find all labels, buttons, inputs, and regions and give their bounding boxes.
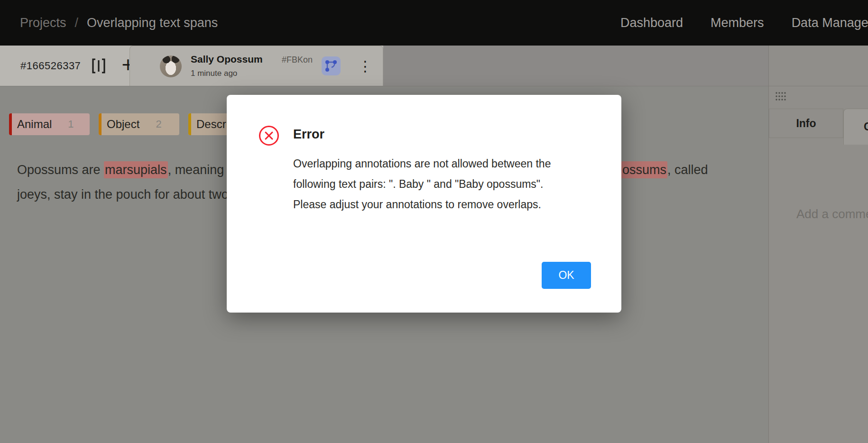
text-run: Opossums are: [17, 163, 104, 177]
kebab-menu-icon: ⋮: [358, 58, 372, 74]
annotation-toolbar: #166526337 + Sally Opossum #FBKon 1 minu…: [0, 46, 768, 86]
prediction-selection-button[interactable]: [322, 56, 341, 75]
annotation-id-tag: #FBKon: [282, 55, 313, 65]
text-run: , called: [667, 163, 708, 177]
task-id: #166526337: [20, 46, 81, 86]
label-tag-animal[interactable]: Animal 1: [9, 113, 90, 135]
modal-title: Error: [293, 127, 324, 142]
view-all-annotations-button[interactable]: [88, 46, 109, 86]
annotation-timestamp: 1 minute ago: [191, 69, 237, 78]
breadcrumb-separator: /: [75, 16, 79, 30]
document-text-line2: joeys, stay in the pouch for about two: [17, 182, 229, 207]
selection-region-icon: [325, 60, 337, 72]
comment-input[interactable]: [784, 196, 868, 233]
top-header: Projects / Overlapping text spans Dashbo…: [0, 0, 868, 46]
error-modal: Error Overlapping annotations are not al…: [227, 95, 621, 313]
label-count: 1: [68, 118, 74, 130]
tab-comments[interactable]: Comments: [843, 109, 868, 145]
modal-message: Overlapping annotations are not allowed …: [293, 154, 566, 215]
label-color-bar: [99, 113, 102, 135]
drag-handle-icon[interactable]: [775, 91, 786, 102]
label-tag-object[interactable]: Object 2: [99, 113, 179, 135]
nav-data-manager[interactable]: Data Manager: [792, 16, 868, 30]
label-color-bar: [9, 113, 12, 135]
label-name: Object: [107, 118, 139, 131]
label-count: 2: [156, 118, 161, 130]
details-sidebar: Info Comments: [768, 46, 868, 443]
ok-button[interactable]: OK: [542, 262, 591, 289]
error-icon: [259, 125, 279, 146]
document-text-line1-right: ossums, called: [621, 157, 708, 183]
user-avatar: [160, 55, 182, 77]
annotation-menu-button[interactable]: ⋮: [351, 46, 379, 86]
breadcrumb-projects-link[interactable]: Projects: [20, 16, 66, 30]
nav-members[interactable]: Members: [711, 16, 764, 30]
nav-dashboard[interactable]: Dashboard: [620, 16, 683, 30]
page-title: Overlapping text spans: [87, 16, 218, 30]
annotation-span-opossums[interactable]: ossums: [621, 161, 667, 178]
annotation-app: Projects / Overlapping text spans Dashbo…: [0, 0, 868, 443]
top-nav: Dashboard Members Data Manager: [620, 0, 868, 46]
annotation-span-marsupials[interactable]: marsupials: [104, 161, 168, 178]
label-color-bar: [188, 113, 191, 135]
tab-info[interactable]: Info: [769, 109, 843, 138]
details-panel: Info Comments: [769, 86, 868, 443]
annotator-name: Sally Opossum: [191, 54, 263, 65]
columns-icon: [92, 58, 106, 74]
annotation-tab[interactable]: Sally Opossum #FBKon 1 minute ago ⋮: [129, 46, 383, 86]
breadcrumb: Projects / Overlapping text spans: [20, 0, 218, 46]
label-name: Animal: [17, 118, 52, 131]
